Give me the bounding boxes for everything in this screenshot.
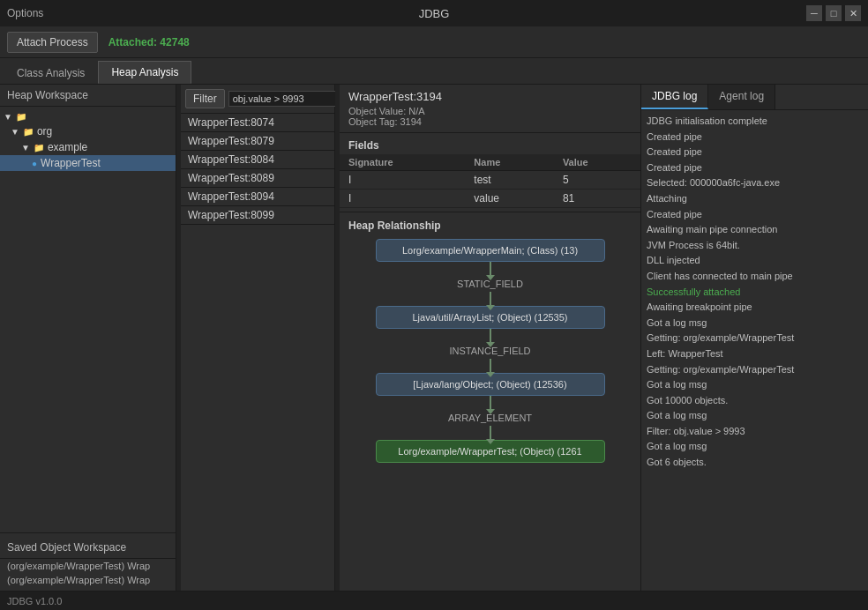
log-line: JDBG initialisation complete — [647, 114, 863, 130]
tab-heap-analysis[interactable]: Heap Analysis — [98, 61, 191, 84]
filter-button[interactable]: Filter — [185, 89, 225, 108]
collapse-icon: ▼ — [4, 112, 12, 122]
log-line: Created pipe — [647, 160, 863, 176]
app-title: JDBG — [419, 7, 450, 20]
saved-title: Saved Object Workspace — [0, 537, 176, 559]
log-line: Filter: obj.value > 9993 — [647, 424, 863, 440]
tree-root[interactable]: ▼ 📁 — [0, 110, 176, 123]
tab-class-analysis[interactable]: Class Analysis — [4, 62, 98, 84]
object-list: WrapperTest:8074 WrapperTest:8079 Wrappe… — [181, 114, 334, 591]
arrow-4 — [490, 396, 491, 410]
collapse-icon-org: ▼ — [11, 127, 19, 137]
log-line: Created pipe — [647, 207, 863, 223]
middle-panel: Filter WrapperTest:8074 WrapperTest:8079… — [181, 85, 335, 591]
col-value: Value — [554, 154, 640, 171]
log-line: Client has connected to main pipe — [647, 269, 863, 285]
version-label: JDBG v1.0.0 — [7, 596, 62, 606]
main-content: Heap Workspace ▼ 📁 ▼ 📁 org ▼ 📁 example ●… — [0, 85, 868, 591]
log-line: Awaiting main pipe connection — [647, 222, 863, 238]
fields-section: Fields Signature Name Value I test 5 — [340, 133, 640, 212]
field-sig-0: I — [340, 171, 465, 190]
class-icon: ● — [32, 159, 37, 168]
log-line: Created pipe — [647, 130, 863, 145]
object-info: WrapperTest:3194 Object Value: N/A Objec… — [340, 85, 640, 133]
log-line: Got a log msg — [647, 408, 863, 424]
heap-workspace-title: Heap Workspace — [0, 85, 176, 107]
folder-icon-org: 📁 — [23, 127, 34, 137]
heap-rel-label: Heap Relationship — [348, 219, 632, 232]
title-bar: Options JDBG ─ □ ✕ — [0, 0, 868, 26]
folder-icon-example: 📁 — [34, 143, 44, 152]
status-bar: JDBG v1.0.0 — [0, 591, 868, 610]
list-item[interactable]: WrapperTest:8074 — [181, 114, 334, 132]
log-line: Getting: org/example/WrapperTest — [647, 331, 863, 346]
log-tab-bar: JDBG log Agent log — [641, 85, 868, 110]
object-tag: Object Tag: 3194 — [348, 116, 632, 127]
arrow-0 — [490, 262, 491, 276]
object-title: WrapperTest:3194 — [348, 90, 632, 103]
field-sig-1: I — [340, 190, 465, 208]
left-panel: Heap Workspace ▼ 📁 ▼ 📁 org ▼ 📁 example ●… — [0, 85, 176, 591]
list-item[interactable]: WrapperTest:8089 — [181, 169, 334, 188]
folder-icon: 📁 — [16, 112, 26, 122]
saved-object-workspace: Saved Object Workspace (org/example/Wrap… — [0, 532, 176, 591]
arrow-5 — [490, 426, 491, 440]
field-value-0: 5 — [554, 171, 640, 190]
heap-node-0: Lorg/example/WrapperMain; (Class) (13) — [376, 239, 605, 262]
tree-label-example: example — [48, 141, 87, 153]
center-panel: WrapperTest:3194 Object Value: N/A Objec… — [340, 85, 640, 591]
log-line: Left: WrapperTest — [647, 346, 863, 362]
col-name: Name — [465, 154, 554, 171]
list-item[interactable]: WrapperTest:8099 — [181, 206, 334, 225]
tab-agent-log[interactable]: Agent log — [708, 85, 775, 109]
log-line: JVM Process is 64bit. — [647, 238, 863, 254]
table-row[interactable]: I test 5 — [340, 171, 640, 190]
log-content: JDBG initialisation complete Created pip… — [641, 110, 868, 591]
tree-wrappertest[interactable]: ● WrapperTest — [0, 155, 176, 171]
fields-label: Fields — [340, 137, 640, 154]
field-name-1: value — [465, 190, 554, 208]
log-line: Got 10000 objects. — [647, 393, 863, 409]
log-line: Got a log msg — [647, 316, 863, 331]
collapse-icon-example: ▼ — [21, 143, 30, 152]
filter-bar: Filter — [181, 85, 334, 114]
log-line: Got a log msg — [647, 377, 863, 393]
tree-example[interactable]: ▼ 📁 example — [0, 139, 176, 155]
log-line: Got 6 objects. — [647, 455, 863, 471]
arrow-1 — [490, 292, 491, 306]
saved-item-1[interactable]: (org/example/WrapperTest) Wrap — [0, 559, 176, 573]
minimize-button[interactable]: ─ — [806, 5, 822, 21]
log-line: Attaching — [647, 191, 863, 207]
menu-options[interactable]: Options — [7, 7, 43, 19]
field-name-0: test — [465, 171, 554, 190]
list-item[interactable]: WrapperTest:8079 — [181, 132, 334, 151]
attach-process-button[interactable]: Attach Process — [7, 32, 98, 53]
log-line: Getting: org/example/WrapperTest — [647, 362, 863, 378]
tree-org[interactable]: ▼ 📁 org — [0, 123, 176, 139]
close-button[interactable]: ✕ — [845, 5, 861, 21]
window-controls: ─ □ ✕ — [806, 5, 861, 21]
tree-label-wrappertest: WrapperTest — [41, 157, 101, 169]
arrow-2 — [490, 329, 491, 343]
tree-label-org: org — [37, 125, 52, 138]
list-item[interactable]: WrapperTest:8094 — [181, 188, 334, 206]
maximize-button[interactable]: □ — [826, 5, 842, 21]
right-panel: JDBG log Agent log JDBG initialisation c… — [640, 85, 868, 591]
attached-status: Attached: 42748 — [108, 36, 190, 48]
log-line: Awaiting breakpoint pipe — [647, 300, 863, 316]
log-line: Successfully attached — [647, 285, 863, 301]
log-line: Created pipe — [647, 145, 863, 160]
heap-relationship-section: Heap Relationship Lorg/example/WrapperMa… — [340, 212, 640, 591]
log-line: DLL injected — [647, 253, 863, 269]
table-row[interactable]: I value 81 — [340, 190, 640, 208]
log-line: Got a log msg — [647, 439, 863, 455]
field-value-1: 81 — [554, 190, 640, 208]
heap-diagram: Lorg/example/WrapperMain; (Class) (13) S… — [348, 239, 632, 463]
toolbar: Attach Process Attached: 42748 — [0, 26, 868, 58]
arrow-3 — [490, 359, 491, 373]
list-item[interactable]: WrapperTest:8084 — [181, 151, 334, 169]
saved-item-2[interactable]: (org/example/WrapperTest) Wrap — [0, 573, 176, 587]
col-signature: Signature — [340, 154, 465, 171]
tab-jdbg-log[interactable]: JDBG log — [641, 85, 708, 109]
main-tab-bar: Class Analysis Heap Analysis — [0, 58, 868, 85]
